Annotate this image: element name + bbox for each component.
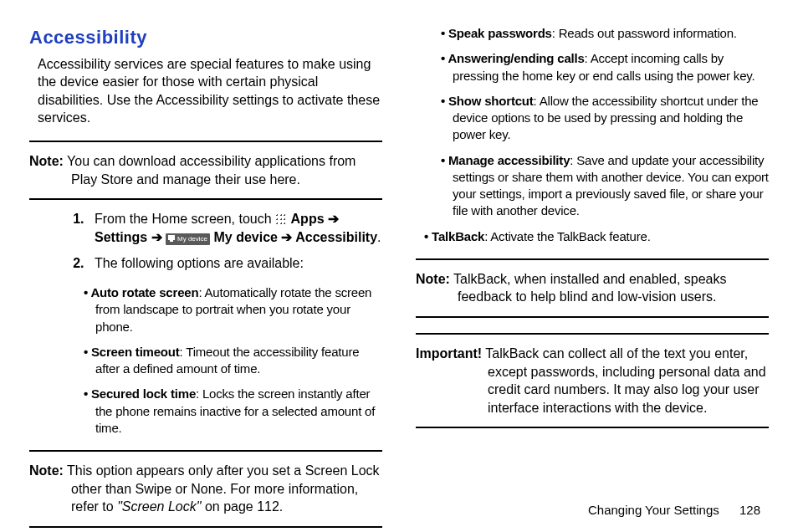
note-label: Note: bbox=[29, 154, 64, 168]
options-list-left: • Auto rotate screen: Automatically rota… bbox=[29, 284, 382, 445]
option-answering-ending-calls: • Answering/ending calls: Accept incomin… bbox=[441, 50, 769, 84]
column-right: • Speak passwords: Reads out password in… bbox=[416, 25, 769, 511]
my-device-icon: My device bbox=[166, 233, 210, 245]
note-screen-lock: Note: This option appears only after you… bbox=[29, 462, 382, 516]
heading-accessibility: Accessibility bbox=[29, 25, 382, 50]
note-download-apps: Note: You can download accessibility app… bbox=[29, 152, 382, 188]
step-2: The following options are available: bbox=[88, 254, 382, 273]
divider bbox=[416, 333, 769, 335]
footer-section: Changing Your Settings bbox=[588, 503, 719, 517]
note-talkback: Note: TalkBack, when installed and enabl… bbox=[416, 270, 769, 306]
option-speak-passwords: • Speak passwords: Reads out password in… bbox=[441, 25, 769, 42]
intro-paragraph: Accessibility services are special featu… bbox=[38, 55, 382, 127]
apps-grid-icon bbox=[275, 213, 287, 225]
option-talkback: • TalkBack: Activate the TalkBack featur… bbox=[424, 228, 769, 245]
page-footer: Changing Your Settings 128 bbox=[588, 503, 760, 517]
divider bbox=[416, 316, 769, 318]
option-screen-timeout: • Screen timeout: Timeout the accessibil… bbox=[84, 344, 382, 378]
note-label: Note: bbox=[416, 272, 450, 286]
divider bbox=[29, 198, 382, 200]
divider bbox=[29, 526, 382, 528]
step-1: From the Home screen, touch Apps ➔ Setti… bbox=[88, 210, 382, 246]
options-list-right: • Speak passwords: Reads out password in… bbox=[416, 25, 769, 253]
option-auto-rotate: • Auto rotate screen: Automatically rota… bbox=[84, 284, 382, 335]
option-show-shortcut: • Show shortcut: Allow the accessibility… bbox=[441, 93, 769, 144]
reference-screen-lock: "Screen Lock" bbox=[117, 499, 201, 514]
note-text: You can download accessibility applicati… bbox=[64, 154, 356, 187]
steps-list: From the Home screen, touch Apps ➔ Setti… bbox=[29, 210, 382, 281]
step-2-text: The following options are available: bbox=[95, 256, 304, 270]
option-secured-lock-time: • Secured lock time: Locks the screen in… bbox=[84, 386, 382, 437]
option-manage-accessibility: • Manage accessibility: Save and update … bbox=[441, 152, 769, 220]
column-left: Accessibility Accessibility services are… bbox=[29, 25, 382, 511]
note-label: Note: bbox=[29, 463, 64, 478]
important-label: Important! bbox=[416, 346, 482, 361]
divider bbox=[416, 427, 769, 428]
important-talkback: Important! TalkBack can collect all of t… bbox=[416, 345, 769, 417]
divider bbox=[29, 141, 382, 142]
divider bbox=[416, 258, 769, 260]
divider bbox=[29, 450, 382, 452]
step-1-text: From the Home screen, touch Apps ➔ Setti… bbox=[95, 212, 381, 244]
page-number: 128 bbox=[739, 503, 760, 517]
page: Accessibility Accessibility services are… bbox=[0, 0, 798, 532]
